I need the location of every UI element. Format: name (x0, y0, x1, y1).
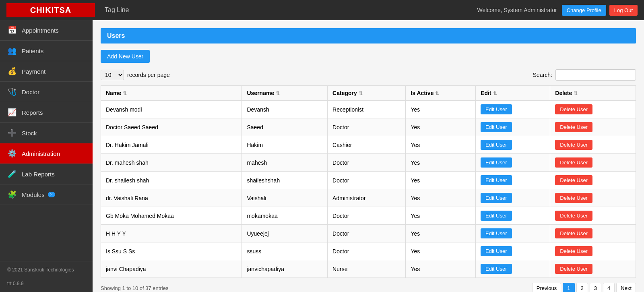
col-edit[interactable]: Edit⇅ (476, 86, 550, 101)
cell-category: Doctor (328, 172, 406, 189)
sort-icon: ⇅ (276, 91, 280, 96)
welcome-text: Welcome, System Administrator (477, 7, 557, 13)
records-per-page-control: 102550100 records per page (101, 70, 170, 80)
table-row: dr. Vaishali RanaVaishaliAdministratorYe… (101, 189, 636, 207)
cell-username: mahesh (242, 154, 328, 172)
cell-category: Nurse (328, 260, 406, 278)
table-row: Dr. mahesh shahmaheshDoctorYesEdit UserD… (101, 154, 636, 172)
cell-is_active: Yes (406, 136, 476, 154)
payment-icon: 💰 (7, 67, 17, 76)
cell-delete: Delete User (550, 207, 636, 225)
cell-is_active: Yes (406, 101, 476, 118)
pagination-page-1[interactable]: 1 (563, 283, 574, 292)
cell-category: Doctor (328, 242, 406, 260)
cell-delete: Delete User (550, 136, 636, 154)
sort-icon: ⇅ (359, 91, 363, 96)
sort-icon: ⇅ (574, 91, 578, 96)
records-label: records per page (127, 72, 170, 78)
change-profile-button[interactable]: Change Profile (562, 5, 606, 16)
sort-icon: ⇅ (493, 91, 497, 96)
cell-is_active: Yes (406, 242, 476, 260)
records-per-page-select[interactable]: 102550100 (101, 70, 124, 80)
cell-username: ssuss (242, 242, 328, 260)
col-category[interactable]: Category⇅ (328, 86, 406, 101)
cell-category: Doctor (328, 225, 406, 242)
edit-user-button[interactable]: Edit User (481, 157, 512, 168)
sidebar-item-doctor[interactable]: 🩺 Doctor (0, 82, 93, 102)
delete-user-button[interactable]: Delete User (555, 122, 592, 132)
sidebar-item-payment[interactable]: 💰 Payment (0, 61, 93, 82)
cell-category: Doctor (328, 154, 406, 172)
sidebar-item-patients[interactable]: 👥 Patients (0, 41, 93, 61)
delete-user-button[interactable]: Delete User (555, 264, 592, 274)
col-username[interactable]: Username⇅ (242, 86, 328, 101)
col-is_active[interactable]: Is Active⇅ (406, 86, 476, 101)
delete-user-button[interactable]: Delete User (555, 211, 592, 221)
toolbar: Add New User (101, 50, 636, 63)
cell-delete: Delete User (550, 260, 636, 278)
edit-user-button[interactable]: Edit User (481, 140, 512, 150)
sidebar-badge: 2 (48, 192, 55, 197)
delete-user-button[interactable]: Delete User (555, 193, 592, 203)
cell-username: shaileshshah (242, 172, 328, 189)
cell-category: Cashier (328, 136, 406, 154)
cell-edit: Edit User (476, 225, 550, 242)
sidebar-item-stock[interactable]: ➕ Stock (0, 123, 93, 143)
pagination-page-2[interactable]: 2 (576, 283, 588, 292)
sidebar-item-reports[interactable]: 📈 Reports (0, 102, 93, 123)
col-name[interactable]: Name⇅ (101, 86, 242, 101)
add-new-user-button[interactable]: Add New User (101, 50, 150, 63)
delete-user-button[interactable]: Delete User (555, 246, 592, 256)
table-row: Devansh modiDevanshReceptionistYesEdit U… (101, 101, 636, 118)
col-delete[interactable]: Delete⇅ (550, 86, 636, 101)
sidebar-item-modules[interactable]: 🧩 Modules 2 (0, 184, 93, 205)
edit-user-button[interactable]: Edit User (481, 228, 512, 238)
table-controls: 102550100 records per page Search: (101, 69, 636, 81)
reports-icon: 📈 (7, 108, 17, 117)
delete-user-button[interactable]: Delete User (555, 228, 592, 238)
delete-user-button[interactable]: Delete User (555, 140, 592, 150)
table-row: Doctor Saeed SaeedSaeedDoctorYesEdit Use… (101, 118, 636, 136)
cell-is_active: Yes (406, 207, 476, 225)
cell-name: Devansh modi (101, 101, 242, 118)
sidebar-item-label: Lab Reports (22, 171, 55, 178)
sidebar-item-administration[interactable]: ⚙️ Administration (0, 143, 93, 164)
main-layout: 📅 Appointments 👥 Patients 💰 Payment 🩺 Do… (0, 20, 644, 292)
cell-username: janvichapadiya (242, 260, 328, 278)
cell-is_active: Yes (406, 118, 476, 136)
edit-user-button[interactable]: Edit User (481, 211, 512, 221)
delete-user-button[interactable]: Delete User (555, 157, 592, 168)
logout-button[interactable]: Log Out (609, 5, 638, 16)
pagination: Previous1234Next (532, 283, 636, 292)
cell-edit: Edit User (476, 189, 550, 207)
delete-user-button[interactable]: Delete User (555, 175, 592, 185)
search-input[interactable] (555, 69, 636, 81)
cell-is_active: Yes (406, 225, 476, 242)
sidebar-footer: © 2021 Sanskruti Technologies (0, 261, 93, 278)
sidebar-item-lab-reports[interactable]: 🧪 Lab Reports (0, 164, 93, 184)
search-area: Search: (533, 69, 636, 81)
edit-user-button[interactable]: Edit User (481, 122, 512, 132)
pagination-previous[interactable]: Previous (532, 283, 561, 292)
cell-name: Dr. mahesh shah (101, 154, 242, 172)
edit-user-button[interactable]: Edit User (481, 104, 512, 114)
users-table: Name⇅Username⇅Category⇅Is Active⇅Edit⇅De… (101, 85, 636, 278)
edit-user-button[interactable]: Edit User (481, 175, 512, 185)
pagination-next[interactable]: Next (616, 283, 636, 292)
pagination-page-3[interactable]: 3 (590, 283, 601, 292)
cell-username: mokamokaa (242, 207, 328, 225)
edit-user-button[interactable]: Edit User (481, 264, 512, 274)
edit-user-button[interactable]: Edit User (481, 246, 512, 256)
topbar: CHIKITSA Tag Line Welcome, System Admini… (0, 0, 644, 20)
pagination-page-4[interactable]: 4 (603, 283, 615, 292)
cell-category: Doctor (328, 118, 406, 136)
cell-edit: Edit User (476, 136, 550, 154)
cell-category: Doctor (328, 207, 406, 225)
app-tagline: Tag Line (105, 6, 477, 14)
edit-user-button[interactable]: Edit User (481, 193, 512, 203)
cell-name: Dr. shailesh shah (101, 172, 242, 189)
sidebar-item-appointments[interactable]: 📅 Appointments (0, 20, 93, 41)
cell-username: Saeed (242, 118, 328, 136)
table-row: Dr. shailesh shahshaileshshahDoctorYesEd… (101, 172, 636, 189)
delete-user-button[interactable]: Delete User (555, 104, 592, 114)
